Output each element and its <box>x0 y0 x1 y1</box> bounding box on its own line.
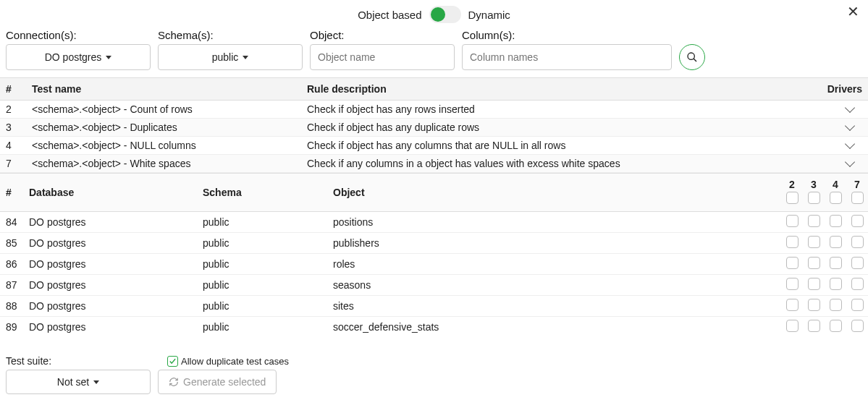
suite-label: Test suite: <box>6 355 51 367</box>
select-all-checkbox[interactable] <box>830 192 842 204</box>
rule-drivers-cell <box>817 119 868 137</box>
object-row: 89DO postgrespublicsoccer_defensive_stat… <box>0 316 868 336</box>
rule-row: 2<schema>.<object> - Count of rowsCheck … <box>0 101 868 119</box>
row-checkbox[interactable] <box>851 257 864 269</box>
row-checkbox[interactable] <box>808 236 820 248</box>
row-checkbox[interactable] <box>808 299 820 311</box>
rule-name: <schema>.<object> - NULL columns <box>26 137 301 155</box>
filter-bar: Connection(s): DO postgres Schema(s): pu… <box>0 26 868 77</box>
row-checkbox[interactable] <box>786 257 799 269</box>
row-checkbox[interactable] <box>830 257 842 269</box>
check-cell <box>781 253 803 274</box>
check-col-header: 7 <box>846 174 868 211</box>
check-icon <box>169 357 177 365</box>
columns-input-wrap <box>462 44 672 70</box>
row-checkbox[interactable] <box>786 299 799 311</box>
suite-dropdown[interactable]: Not set <box>6 370 151 394</box>
row-checkbox[interactable] <box>851 215 864 227</box>
object-db: DO postgres <box>23 274 197 295</box>
row-checkbox[interactable] <box>830 320 842 332</box>
object-schema: public <box>197 316 327 336</box>
objects-col-num: # <box>0 174 23 211</box>
check-cell <box>781 274 803 295</box>
generate-selected-button[interactable]: Generate selected <box>158 370 277 394</box>
rule-name: <schema>.<object> - Count of rows <box>26 101 301 119</box>
mode-toggle-row: Object based Dynamic <box>0 0 868 26</box>
objects-col-schema: Schema <box>197 174 327 211</box>
connection-value: DO postgres <box>45 51 102 63</box>
suite-value: Not set <box>57 376 89 388</box>
object-schema: public <box>197 232 327 253</box>
check-col-num: 2 <box>783 179 801 190</box>
select-all-checkbox[interactable] <box>851 192 864 204</box>
rules-col-drivers: Drivers <box>817 78 868 101</box>
object-db: DO postgres <box>23 295 197 316</box>
columns-input[interactable] <box>470 51 664 63</box>
object-db: DO postgres <box>23 253 197 274</box>
rule-name: <schema>.<object> - Duplicates <box>26 119 301 137</box>
row-checkbox[interactable] <box>786 320 799 332</box>
rule-num: 7 <box>0 155 26 173</box>
row-checkbox[interactable] <box>830 236 842 248</box>
connection-dropdown[interactable]: DO postgres <box>6 44 151 70</box>
object-db: DO postgres <box>23 211 197 232</box>
connection-label: Connection(s): <box>6 29 151 41</box>
object-row: 88DO postgrespublicsites <box>0 295 868 316</box>
rule-desc: Check if object has any duplicate rows <box>301 119 817 137</box>
object-row: 85DO postgrespublicpublishers <box>0 232 868 253</box>
objects-scroll[interactable]: # Database Schema Object 2347 84DO postg… <box>0 173 868 336</box>
check-cell <box>846 232 868 253</box>
check-cell <box>846 211 868 232</box>
object-row: 84DO postgrespublicpositions <box>0 211 868 232</box>
row-checkbox[interactable] <box>786 236 799 248</box>
row-checkbox[interactable] <box>786 278 799 290</box>
chevron-down-icon[interactable] <box>845 103 855 113</box>
object-input[interactable] <box>318 51 447 63</box>
caret-down-icon <box>106 56 111 59</box>
objects-table: # Database Schema Object 2347 84DO postg… <box>0 174 868 336</box>
rule-row: 4<schema>.<object> - NULL columnsCheck i… <box>0 137 868 155</box>
objects-col-obj: Object <box>327 174 781 211</box>
chevron-down-icon[interactable] <box>845 139 855 149</box>
object-db: DO postgres <box>23 316 197 336</box>
row-checkbox[interactable] <box>808 215 820 227</box>
allow-duplicate-checkbox[interactable] <box>167 356 178 367</box>
rule-drivers-cell <box>817 137 868 155</box>
object-row: 86DO postgrespublicroles <box>0 253 868 274</box>
row-checkbox[interactable] <box>830 278 842 290</box>
close-icon[interactable]: ✕ <box>847 4 859 19</box>
check-col-num: 7 <box>848 179 867 190</box>
object-schema: public <box>197 295 327 316</box>
row-checkbox[interactable] <box>851 320 864 332</box>
object-label: Object: <box>310 29 455 41</box>
mode-label-right: Dynamic <box>468 9 510 21</box>
row-checkbox[interactable] <box>830 215 842 227</box>
row-checkbox[interactable] <box>808 320 820 332</box>
row-checkbox[interactable] <box>851 236 864 248</box>
rule-desc: Check if object has any columns that are… <box>301 137 817 155</box>
object-num: 87 <box>0 274 23 295</box>
schema-dropdown[interactable]: public <box>158 44 303 70</box>
search-button[interactable] <box>679 44 705 70</box>
row-checkbox[interactable] <box>830 299 842 311</box>
row-checkbox[interactable] <box>851 299 864 311</box>
row-checkbox[interactable] <box>808 257 820 269</box>
object-num: 86 <box>0 253 23 274</box>
check-cell <box>825 253 846 274</box>
check-cell <box>825 316 846 336</box>
row-checkbox[interactable] <box>786 215 799 227</box>
select-all-checkbox[interactable] <box>786 192 799 204</box>
check-cell <box>781 211 803 232</box>
objects-col-db: Database <box>23 174 197 211</box>
check-cell <box>846 316 868 336</box>
check-cell <box>803 316 825 336</box>
chevron-down-icon[interactable] <box>845 157 855 167</box>
row-checkbox[interactable] <box>851 278 864 290</box>
rules-table: # Test name Rule description Drivers 2<s… <box>0 77 868 173</box>
row-checkbox[interactable] <box>808 278 820 290</box>
rule-num: 2 <box>0 101 26 119</box>
check-cell <box>781 316 803 336</box>
select-all-checkbox[interactable] <box>808 192 820 204</box>
mode-toggle[interactable] <box>429 6 461 23</box>
chevron-down-icon[interactable] <box>845 121 855 131</box>
